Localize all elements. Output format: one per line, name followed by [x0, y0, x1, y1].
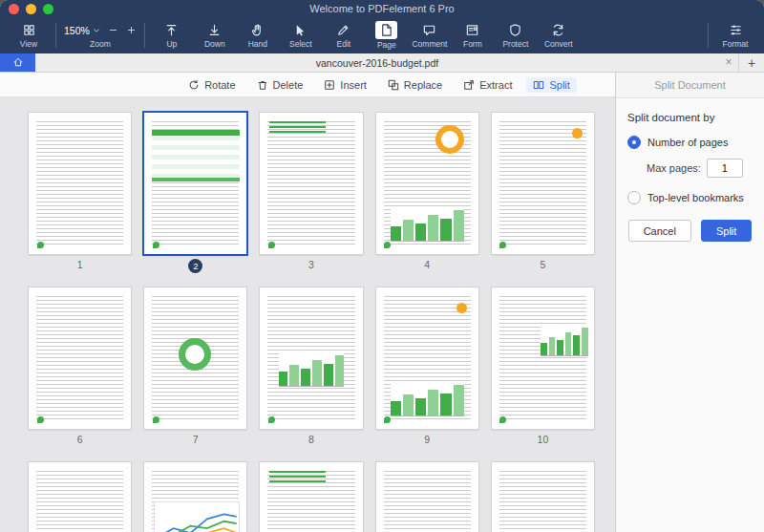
- page-number: 9: [376, 434, 478, 449]
- panel-title: Split Document: [616, 73, 764, 98]
- window-controls: [9, 4, 53, 14]
- toolbar-button-select[interactable]: Select: [280, 19, 322, 52]
- cancel-button[interactable]: Cancel: [628, 220, 691, 242]
- toolbar-button-page[interactable]: Page: [366, 19, 408, 52]
- page-thumbnail-6[interactable]: 6: [29, 287, 131, 449]
- page-preview: [29, 113, 131, 254]
- view-button[interactable]: View: [8, 19, 50, 52]
- page-thumbnail-14[interactable]: 14: [376, 462, 478, 532]
- page-thumbnail-15[interactable]: 15: [492, 462, 594, 532]
- new-tab-button[interactable]: +: [739, 53, 764, 72]
- toolbar-button-comment[interactable]: Comment: [409, 19, 451, 52]
- zoom-level-dropdown[interactable]: 150%: [64, 25, 100, 36]
- home-button[interactable]: [0, 53, 35, 72]
- logo-graphic: [268, 242, 275, 248]
- page-thumbnail-8[interactable]: 8: [260, 287, 362, 449]
- toolbar-button-down[interactable]: Down: [194, 19, 236, 52]
- page-thumbnail-10[interactable]: 10: [492, 287, 594, 449]
- insert-page-button[interactable]: Insert: [317, 77, 373, 93]
- toolbar-button-hand[interactable]: Hand: [237, 19, 279, 52]
- minimize-window-button[interactable]: [26, 4, 36, 14]
- radio-top-level-bookmarks-label: Top-level bookmarks: [647, 192, 744, 203]
- radio-top-level-bookmarks[interactable]: Top-level bookmarks: [627, 191, 753, 204]
- replace-page-button[interactable]: Replace: [381, 77, 449, 93]
- page-number: 5: [492, 259, 594, 274]
- rotate-page-button[interactable]: Rotate: [181, 77, 242, 93]
- max-pages-input[interactable]: [707, 159, 743, 178]
- page-preview: [492, 113, 594, 254]
- page-preview: [260, 462, 362, 532]
- split-icon: [533, 79, 544, 91]
- logo-graphic: [153, 242, 159, 248]
- toolbar-separator: [55, 23, 56, 48]
- radio-selected-icon: [627, 136, 641, 149]
- split-button[interactable]: Split: [701, 220, 752, 242]
- comment-button-label: Comment: [412, 39, 447, 49]
- table-graphic: [152, 130, 240, 181]
- comment-icon: [422, 22, 436, 38]
- page-thumbnail-12[interactable]: 12: [144, 462, 246, 532]
- radio-number-of-pages[interactable]: Number of pages: [627, 136, 753, 149]
- convert-icon: [551, 22, 565, 38]
- zoom-out-button[interactable]: [108, 25, 118, 35]
- protect-icon: [508, 22, 522, 38]
- page-thumbnail-11[interactable]: 11: [29, 462, 131, 532]
- page-thumbnail-9[interactable]: 9: [376, 287, 478, 449]
- delete-page-button[interactable]: Delete: [250, 77, 310, 93]
- window-title: Welcome to PDFelement 6 Pro: [0, 3, 764, 14]
- split-page-button[interactable]: Split: [526, 77, 576, 93]
- toolbar-button-up[interactable]: Up: [151, 19, 193, 52]
- select-button-label: Select: [289, 39, 312, 49]
- close-tab-icon[interactable]: ×: [719, 53, 738, 72]
- select-icon: [293, 22, 308, 38]
- bars-mid-graphic: [279, 351, 345, 387]
- toolbar-button-protect[interactable]: Protect: [495, 19, 537, 52]
- dot-graphic: [456, 303, 467, 313]
- toolbar-button-form[interactable]: Form: [452, 19, 494, 52]
- page-thumbnail-7[interactable]: 7: [144, 287, 246, 449]
- split-by-label: Split document by: [627, 112, 753, 123]
- toolbar-buttons: UpDownHandSelectEditPageCommentFormProte…: [151, 19, 580, 52]
- main-toolbar: View 150% Zoom UpDownHandSelectEditPageC…: [0, 17, 764, 53]
- page-thumbnail-4[interactable]: 4: [376, 113, 478, 274]
- page-thumbnail-3[interactable]: 3: [260, 113, 362, 274]
- document-tab[interactable]: vancouver-2016-budget.pdf ×: [35, 53, 739, 72]
- radio-number-of-pages-label: Number of pages: [647, 137, 728, 148]
- rotate-page-button-label: Rotate: [204, 79, 235, 91]
- page-thumbnail-1[interactable]: 1: [29, 113, 131, 274]
- format-button[interactable]: Format: [714, 19, 756, 52]
- replace-icon: [388, 79, 399, 91]
- page-thumbnail-13[interactable]: 13: [260, 462, 362, 532]
- page-toolbar: RotateDeleteInsertReplaceExtractSplit: [0, 73, 615, 97]
- extract-page-button-label: Extract: [479, 79, 512, 91]
- zoom-window-button[interactable]: [43, 4, 53, 14]
- format-icon: [729, 22, 743, 38]
- linechart-graphic: [154, 501, 240, 532]
- page-thumbnail-2[interactable]: 2: [144, 113, 246, 274]
- page-number: 2: [144, 259, 246, 274]
- form-icon: [465, 22, 479, 38]
- page-number: 3: [260, 259, 362, 274]
- bars-right-graphic: [541, 324, 587, 356]
- logo-graphic: [153, 416, 159, 423]
- convert-button-label: Convert: [544, 39, 573, 49]
- page-number: 4: [376, 259, 478, 274]
- close-window-button[interactable]: [9, 4, 19, 14]
- page-preview: [376, 462, 478, 532]
- bars-graphic: [391, 381, 464, 416]
- extract-page-button[interactable]: Extract: [456, 77, 519, 93]
- logo-graphic: [37, 416, 44, 423]
- zoom-group: 150% Zoom: [64, 22, 137, 49]
- format-button-label: Format: [723, 39, 749, 49]
- delete-page-button-label: Delete: [273, 79, 304, 91]
- view-button-label: View: [20, 39, 37, 49]
- protect-button-label: Protect: [502, 39, 528, 49]
- document-tab-title: vancouver-2016-budget.pdf: [35, 57, 719, 69]
- down-icon: [207, 22, 222, 38]
- delete-icon: [257, 79, 268, 91]
- page-thumbnail-5[interactable]: 5: [492, 113, 594, 274]
- toolbar-button-edit[interactable]: Edit: [323, 19, 365, 52]
- logo-graphic: [37, 242, 44, 248]
- zoom-in-button[interactable]: [126, 25, 137, 35]
- toolbar-button-convert[interactable]: Convert: [538, 19, 580, 52]
